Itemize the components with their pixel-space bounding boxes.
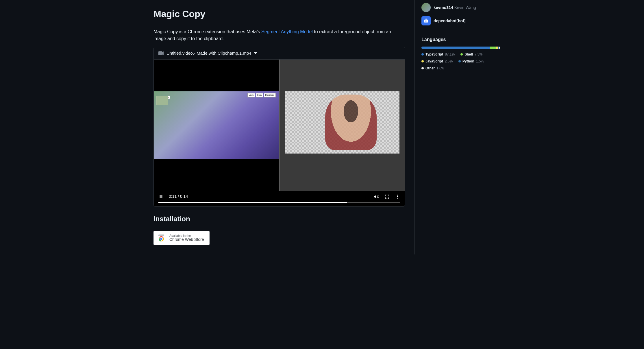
overlay-thumbnail <box>156 96 168 105</box>
lang-dot-icon <box>421 53 424 56</box>
video-time-display: 0:11 / 0:14 <box>169 193 188 200</box>
readme-description: Magic Copy is a Chrome extension that us… <box>153 28 405 42</box>
contributor-kevmo314[interactable]: kevmo314Kevin Wang <box>421 3 500 12</box>
sidebar: kevmo314Kevin Wang dependabot[bot] Langu… <box>414 0 500 254</box>
svg-rect-8 <box>425 19 426 20</box>
sam-link[interactable]: Segment Anything Model <box>261 29 313 34</box>
video-progress-bar[interactable] <box>158 202 400 203</box>
lang-item-shell[interactable]: Shell 7.3% <box>460 52 482 57</box>
svg-point-1 <box>397 196 398 197</box>
video-frame-right: + <box>279 60 405 191</box>
video-progress-fill <box>158 202 347 203</box>
lang-dot-icon <box>460 53 463 56</box>
lang-bar-typescript <box>421 47 490 49</box>
overlay-action-buttons: Undo Copy Download <box>247 93 276 97</box>
cws-text: Available in the Chrome Web Store <box>169 234 204 242</box>
lang-bar-other <box>499 47 500 49</box>
fullscreen-button[interactable] <box>384 194 390 199</box>
mute-button[interactable] <box>373 194 379 200</box>
chrome-web-store-badge[interactable]: Available in the Chrome Web Store <box>153 231 210 245</box>
more-options-button[interactable] <box>395 194 400 199</box>
video-controls: 0:11 / 0:14 <box>154 191 405 201</box>
languages-bar <box>421 47 500 49</box>
video-card: Untitled.video.-.Made.with.Clipchamp.1.m… <box>153 47 405 207</box>
avatar-bot <box>421 16 431 25</box>
contributor-fullname: Kevin Wang <box>454 5 476 10</box>
readme-title: Magic Copy <box>153 7 405 24</box>
video-icon <box>158 51 164 56</box>
cws-line2: Chrome Web Store <box>169 237 204 242</box>
lang-dot-icon <box>421 60 424 62</box>
lang-item-typescript[interactable]: TypeScript 87.1% <box>421 52 455 57</box>
video-header[interactable]: Untitled.video.-.Made.with.Clipchamp.1.m… <box>154 47 405 60</box>
svg-point-2 <box>397 197 398 198</box>
languages-list: TypeScript 87.1% Shell 7.3% JavaScript 2… <box>421 52 500 71</box>
svg-rect-7 <box>424 20 428 23</box>
readme-desc-pre: Magic Copy is a Chrome extension that us… <box>153 29 261 34</box>
readme-main: Magic Copy Magic Copy is a Chrome extens… <box>144 0 414 254</box>
video-filename: Untitled.video.-.Made.with.Clipchamp.1.m… <box>166 50 251 57</box>
svg-point-0 <box>397 195 398 195</box>
contributor-username: kevmo314 <box>434 5 453 10</box>
svg-rect-10 <box>427 21 427 21</box>
lang-item-javascript[interactable]: JavaScript 2.5% <box>421 59 453 64</box>
languages-heading: Languages <box>421 36 500 43</box>
lang-dot-icon <box>421 67 424 69</box>
lang-item-other[interactable]: Other 1.6% <box>421 66 444 71</box>
chrome-icon <box>157 234 165 241</box>
lang-bar-shell <box>490 47 496 49</box>
svg-rect-3 <box>158 234 164 236</box>
lang-item-python[interactable]: Python 1.5% <box>458 59 484 64</box>
avatar <box>421 3 431 12</box>
caret-down-icon <box>254 52 257 55</box>
video-body[interactable]: Preview Undo Copy Download + <box>154 60 405 191</box>
video-frame-left: Preview Undo Copy Download <box>154 60 279 191</box>
lang-bar-javascript <box>496 47 498 49</box>
contributor-dependabot[interactable]: dependabot[bot] <box>421 16 500 25</box>
lang-dot-icon <box>458 60 461 62</box>
installation-heading: Installation <box>153 214 405 226</box>
pause-button[interactable] <box>158 194 164 199</box>
svg-rect-9 <box>425 21 426 21</box>
contributor-username: dependabot[bot] <box>434 19 465 23</box>
